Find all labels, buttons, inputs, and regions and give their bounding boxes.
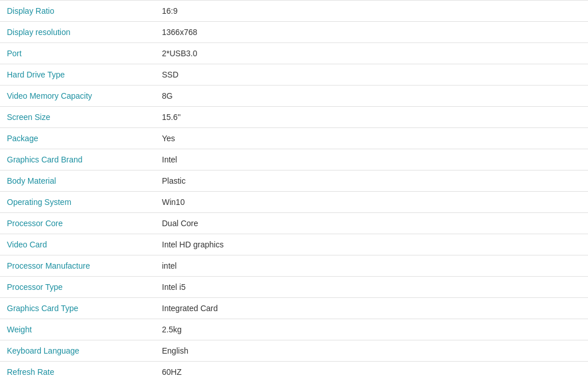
spec-label: Refresh Rate [0, 362, 155, 377]
spec-value: 60HZ [155, 362, 588, 377]
spec-label: Keyboard Language [0, 340, 155, 362]
table-row: Keyboard LanguageEnglish [0, 340, 588, 362]
spec-value: Intel HD graphics [155, 234, 588, 255]
spec-value: SSD [155, 64, 588, 86]
table-row: Refresh Rate60HZ [0, 362, 588, 377]
table-row: Video CardIntel HD graphics [0, 234, 588, 255]
table-row: Hard Drive TypeSSD [0, 64, 588, 86]
spec-value: Intel i5 [155, 277, 588, 298]
spec-label: Processor Manufacture [0, 255, 155, 277]
spec-label: Video Card [0, 234, 155, 255]
spec-value: 2.5kg [155, 319, 588, 340]
spec-label: Body Material [0, 170, 155, 192]
spec-value: Plastic [155, 170, 588, 192]
table-row: Processor TypeIntel i5 [0, 277, 588, 298]
spec-label: Operating System [0, 192, 155, 213]
spec-value: 2*USB3.0 [155, 43, 588, 64]
spec-value: English [155, 340, 588, 362]
table-row: Screen Size15.6'' [0, 107, 588, 128]
table-row: Operating SystemWin10 [0, 192, 588, 213]
spec-value: 16:9 [155, 1, 588, 22]
table-row: Video Memory Capacity8G [0, 86, 588, 107]
table-row: Weight2.5kg [0, 319, 588, 340]
spec-value: 8G [155, 86, 588, 107]
spec-value: 15.6'' [155, 107, 588, 128]
spec-label: Package [0, 128, 155, 149]
table-row: PackageYes [0, 128, 588, 149]
table-row: Body MaterialPlastic [0, 170, 588, 192]
table-row: Graphics Card BrandIntel [0, 149, 588, 170]
spec-label: Hard Drive Type [0, 64, 155, 86]
spec-value: Integrated Card [155, 298, 588, 319]
spec-value: Yes [155, 128, 588, 149]
spec-value: Dual Core [155, 213, 588, 234]
spec-label: Screen Size [0, 107, 155, 128]
spec-label: Weight [0, 319, 155, 340]
spec-value: intel [155, 255, 588, 277]
table-row: Display resolution1366x768 [0, 22, 588, 43]
spec-label: Processor Type [0, 277, 155, 298]
table-row: Port2*USB3.0 [0, 43, 588, 64]
spec-value: 1366x768 [155, 22, 588, 43]
table-row: Display Ratio16:9 [0, 1, 588, 22]
specs-table: Display Ratio16:9Display resolution1366x… [0, 0, 588, 376]
spec-label: Display resolution [0, 22, 155, 43]
spec-label: Processor Core [0, 213, 155, 234]
spec-label: Video Memory Capacity [0, 86, 155, 107]
table-row: Graphics Card TypeIntegrated Card [0, 298, 588, 319]
table-row: Processor Manufactureintel [0, 255, 588, 277]
spec-label: Port [0, 43, 155, 64]
spec-label: Display Ratio [0, 1, 155, 22]
spec-value: Win10 [155, 192, 588, 213]
spec-label: Graphics Card Brand [0, 149, 155, 170]
table-row: Processor CoreDual Core [0, 213, 588, 234]
spec-value: Intel [155, 149, 588, 170]
spec-label: Graphics Card Type [0, 298, 155, 319]
